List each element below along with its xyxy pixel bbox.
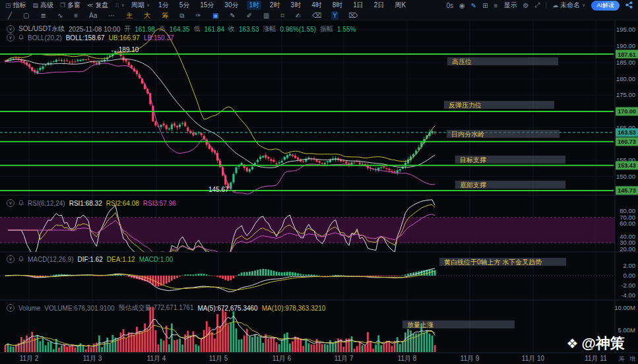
svg-text:5.00M: 5.00M [618, 326, 635, 334]
rows-icon[interactable]: ≡ [494, 2, 498, 9]
annotation-label[interactable]: 放量上涨 [402, 320, 515, 328]
alert-bell-icon[interactable] [18, 200, 24, 207]
main-chart-toggle[interactable]: 主 [125, 11, 134, 20]
brush-tool[interactable]: ✐ [245, 11, 253, 20]
macd-name[interactable]: MACD(12,26,9) [28, 256, 73, 263]
svg-text:20.00: 20.00 [620, 245, 635, 253]
trend-line-tool[interactable]: ╱ [7, 11, 13, 20]
fib-lines-tool[interactable]: ≡ [73, 11, 79, 20]
timeframe-1分[interactable]: 1分 [156, 1, 171, 10]
svg-text:2.00: 2.00 [623, 262, 636, 269]
text-tool[interactable]: Aa [88, 11, 98, 20]
corner-panel-chips: 筹增 [619, 355, 635, 363]
boll-ub-value: UB:166.97 [109, 34, 140, 42]
advanced-menu[interactable]: ▤高级 [33, 1, 54, 10]
svg-text:放量上涨: 放量上涨 [407, 321, 433, 328]
svg-text:11月 7: 11月 7 [335, 355, 354, 362]
chart-type-menu[interactable]: ⎍∨ [115, 2, 125, 9]
svg-text:11月 6: 11月 6 [272, 355, 292, 362]
rsi-name[interactable]: RSI(6,12,24) [28, 200, 65, 207]
collapse-icon[interactable]: ∨ [7, 255, 15, 263]
annotation-label[interactable]: 日内分水岭 [447, 130, 559, 138]
annotation-label[interactable]: 目标支撑 [455, 156, 565, 164]
pencil-tool[interactable]: ✎ [228, 11, 236, 20]
annotation-label[interactable]: 底部支撑 [455, 181, 565, 189]
camera-icon[interactable]: ◉ [459, 2, 465, 9]
collapse-icon[interactable]: ∨ [7, 25, 15, 33]
layout-menu[interactable]: ☁未命名∨ [552, 1, 585, 10]
display-menu[interactable]: 显示 [503, 1, 517, 10]
timeframe-2日[interactable]: 2日 [372, 1, 387, 10]
rsi2-value: RSI2:64.08 [106, 200, 139, 207]
annotation-label[interactable]: 高压位 [447, 57, 558, 65]
timeframe-8时[interactable]: 8时 [331, 1, 345, 10]
timeframe-1日[interactable]: 1日 [351, 1, 366, 10]
boll-name[interactable]: BOLL(20,2) [28, 34, 62, 42]
timeframe-5分[interactable]: 5分 [177, 1, 192, 10]
select-box-tool[interactable]: ▣ [211, 11, 220, 20]
draw-mode-icon[interactable]: ✎ [471, 2, 476, 9]
svg-text:11月 3: 11月 3 [83, 355, 102, 362]
y-axis-tool[interactable]: Y [331, 11, 338, 20]
volume-estimate-value: 预估成交量:772,671.1761 [119, 303, 194, 313]
period-menu[interactable]: 周期∨ [131, 1, 150, 10]
svg-text:日内分水岭: 日内分水岭 [451, 131, 484, 138]
fullscreen-icon[interactable]: ⤢ [534, 1, 540, 9]
countdown-timer: 0s [446, 2, 453, 9]
add-pane-icon[interactable]: ⊞ [482, 2, 488, 9]
svg-text:11月 5: 11月 5 [209, 355, 228, 362]
copy-drawing-tool[interactable]: ⧉ [178, 11, 185, 20]
chart-type-menu-icon: ⎍ [115, 2, 119, 9]
open-label: 开 [124, 24, 131, 34]
top-toolbar: ◳指标▤高级❐多窗≪复盘⎍∨周期∨1分5分15分30分1时2时3时4时8时1日2… [0, 0, 638, 11]
price-level-badge: 160.73 [616, 137, 638, 146]
eraser-tool[interactable]: ⌫ [311, 11, 323, 20]
settings-gear-icon[interactable]: ⚙ [523, 2, 528, 9]
close-label: 收 [228, 24, 235, 34]
annotation-label[interactable]: 反弹压力位 [444, 101, 554, 109]
collapse-icon[interactable]: ∨ [7, 34, 15, 42]
change-value: 0.96%(1.55) [280, 26, 316, 33]
pattern-tool[interactable]: ▥ [262, 11, 271, 20]
wave-tool[interactable]: ∿ [56, 11, 64, 20]
note-tool[interactable]: ✍ [294, 11, 302, 20]
indicators-menu[interactable]: ◳指标 [5, 1, 26, 10]
annotation-label[interactable]: 黄白线位于0轴上方 水下金叉趋势 [439, 258, 566, 266]
panel-chip-增[interactable]: 增 [629, 355, 635, 363]
collapse-icon[interactable]: ∨ [7, 199, 15, 207]
symbol-name[interactable]: SOL/USDT永续 [18, 24, 65, 34]
large-view-toggle[interactable]: 大 [143, 11, 152, 20]
amplitude-value: 1.55% [337, 26, 356, 33]
alert-bell-icon[interactable] [18, 34, 24, 42]
boll-info-row: ∨ BOLL(20,2) BOLL:158.67 UB:166.97 LB:15… [7, 34, 174, 42]
volume-name[interactable]: Volume [18, 305, 40, 312]
timeframe-4时[interactable]: 4时 [309, 1, 324, 10]
timeframe-2时[interactable]: 2时 [268, 1, 282, 10]
timeframe-30分[interactable]: 30分 [222, 1, 240, 10]
panel-chip-筹[interactable]: 筹 [619, 355, 625, 363]
magnet-tool[interactable]: ⌑ [280, 11, 286, 20]
macd-info-row: ∨ MACD(12,26,9) DIF:1.62 DEA:1.12 MACD:1… [7, 255, 173, 263]
timeframe-周K[interactable]: 周K [393, 1, 408, 10]
timeframe-3时[interactable]: 3时 [289, 1, 303, 10]
collapse-icon[interactable]: ∨ [7, 304, 15, 312]
time-axis[interactable]: 11月 211月 311月 411月 511月 611月 711月 811月 9… [20, 355, 608, 362]
pen-tool[interactable]: ✑ [194, 11, 202, 20]
svg-text:0.00: 0.00 [623, 272, 636, 279]
delete-drawings-tool[interactable]: ⌦ [347, 11, 359, 20]
multi-window-menu[interactable]: ❐多窗 [60, 1, 80, 10]
timeframe-1时[interactable]: 1时 [247, 1, 261, 10]
share-icon[interactable] [625, 1, 633, 10]
replay-menu[interactable]: ≪复盘 [87, 1, 108, 10]
svg-text:10.00M: 10.00M [614, 304, 635, 311]
timeframe-15分[interactable]: 15分 [198, 1, 216, 10]
chips-toggle[interactable]: 筹 [160, 11, 170, 20]
rectangle-tool[interactable]: ▢ [22, 11, 30, 20]
svg-text:190.00: 190.00 [616, 42, 635, 49]
price-axis[interactable]: 195.00190.00185.00180.00175.00165.00155.… [614, 26, 638, 333]
candles-layer [4, 49, 435, 191]
more-tools[interactable]: ⋯ [107, 11, 116, 20]
alert-bell-icon[interactable] [18, 256, 24, 263]
parallel-lines-tool[interactable]: ≣ [39, 11, 47, 20]
ai-analysis-button[interactable]: AI解读 [591, 1, 620, 11]
